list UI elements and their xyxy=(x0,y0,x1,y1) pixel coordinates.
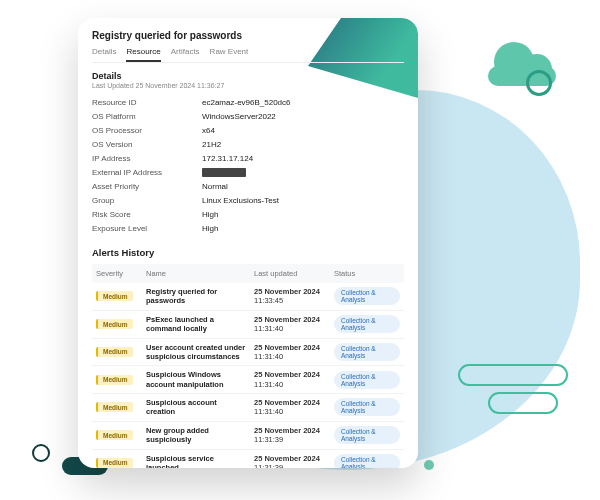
severity-badge: Medium xyxy=(96,347,133,357)
cell-severity: Medium xyxy=(96,430,146,440)
table-row[interactable]: MediumSuspicious Windows account manipul… xyxy=(92,366,404,394)
alerts-table-header: Severity Name Last updated Status xyxy=(92,264,404,283)
last-updated-label: Last Updated 25 November 2024 11:36:27 xyxy=(92,82,404,89)
tab-artifacts[interactable]: Artifacts xyxy=(171,47,200,62)
field-key: Asset Priority xyxy=(92,182,202,191)
field-row: Resource IDec2amaz-ev96B_520dc6 xyxy=(92,95,404,109)
field-key: Resource ID xyxy=(92,98,202,107)
alerts-table-body: MediumRegistry queried for passwords25 N… xyxy=(92,283,404,468)
cell-updated: 25 November 202411:31:40 xyxy=(254,398,334,417)
cell-severity: Medium xyxy=(96,402,146,412)
status-pill[interactable]: Collection & Analysis xyxy=(334,426,400,444)
cell-updated: 25 November 202411:33:45 xyxy=(254,287,334,306)
field-key: Group xyxy=(92,196,202,205)
field-key: OS Processor xyxy=(92,126,202,135)
col-status: Status xyxy=(334,269,400,278)
field-row: OS Processorx64 xyxy=(92,123,404,137)
field-key: Risk Score xyxy=(92,210,202,219)
cell-severity: Medium xyxy=(96,375,146,385)
cell-status: Collection & Analysis xyxy=(334,287,400,305)
field-key: OS Platform xyxy=(92,112,202,121)
decor-pill-group xyxy=(458,364,568,414)
status-pill[interactable]: Collection & Analysis xyxy=(334,315,400,333)
field-value: Normal xyxy=(202,182,228,191)
field-value: High xyxy=(202,210,218,219)
status-pill[interactable]: Collection & Analysis xyxy=(334,454,400,468)
field-row: Asset PriorityNormal xyxy=(92,179,404,193)
table-row[interactable]: MediumNew group added suspiciously25 Nov… xyxy=(92,422,404,450)
cell-name: Suspicious Windows account manipulation xyxy=(146,370,254,389)
field-value: WindowsServer2022 xyxy=(202,112,276,121)
tab-details[interactable]: Details xyxy=(92,47,116,62)
status-pill[interactable]: Collection & Analysis xyxy=(334,287,400,305)
status-pill[interactable]: Collection & Analysis xyxy=(334,371,400,389)
field-value: 21H2 xyxy=(202,140,221,149)
cell-name: Suspicious service launched xyxy=(146,454,254,469)
table-row[interactable]: MediumSuspicious service launched25 Nove… xyxy=(92,450,404,469)
cell-severity: Medium xyxy=(96,291,146,301)
table-row[interactable]: MediumSuspicious account creation25 Nove… xyxy=(92,394,404,422)
tab-bar: Details Resource Artifacts Raw Event xyxy=(92,47,404,63)
alerts-history-header: Alerts History xyxy=(92,247,404,258)
cell-status: Collection & Analysis xyxy=(334,371,400,389)
cell-updated: 25 November 202411:31:40 xyxy=(254,315,334,334)
field-row: OS Version21H2 xyxy=(92,137,404,151)
severity-badge: Medium xyxy=(96,291,133,301)
severity-badge: Medium xyxy=(96,430,133,440)
cell-name: Registry queried for passwords xyxy=(146,287,254,306)
status-pill[interactable]: Collection & Analysis xyxy=(334,343,400,361)
field-value: 172.31.17.124 xyxy=(202,154,253,163)
decor-dot xyxy=(424,460,434,470)
field-value: xx xyxy=(202,168,246,177)
severity-badge: Medium xyxy=(96,402,133,412)
field-value: Linux Exclusions-Test xyxy=(202,196,279,205)
cell-status: Collection & Analysis xyxy=(334,454,400,468)
field-row: Exposure LevelHigh xyxy=(92,221,404,235)
cloud-icon xyxy=(484,42,562,86)
cell-name: PsExec launched a command locally xyxy=(146,315,254,334)
field-row: Risk ScoreHigh xyxy=(92,207,404,221)
field-value: ec2amaz-ev96B_520dc6 xyxy=(202,98,291,107)
decor-circle-outline xyxy=(32,444,50,462)
tab-raw-event[interactable]: Raw Event xyxy=(210,47,249,62)
table-row[interactable]: MediumUser account created under suspici… xyxy=(92,339,404,367)
panel-title: Registry queried for passwords xyxy=(92,30,404,41)
resource-fields: Resource IDec2amaz-ev96B_520dc6OS Platfo… xyxy=(92,95,404,235)
field-row: IP Address172.31.17.124 xyxy=(92,151,404,165)
cell-name: Suspicious account creation xyxy=(146,398,254,417)
field-key: OS Version xyxy=(92,140,202,149)
table-row[interactable]: MediumPsExec launched a command locally2… xyxy=(92,311,404,339)
field-row: GroupLinux Exclusions-Test xyxy=(92,193,404,207)
tab-resource[interactable]: Resource xyxy=(126,47,160,62)
cell-status: Collection & Analysis xyxy=(334,315,400,333)
field-row: OS PlatformWindowsServer2022 xyxy=(92,109,404,123)
cell-severity: Medium xyxy=(96,319,146,329)
field-row: External IP Addressxx xyxy=(92,165,404,179)
severity-badge: Medium xyxy=(96,375,133,385)
col-name: Name xyxy=(146,269,254,278)
col-severity: Severity xyxy=(96,269,146,278)
cell-updated: 25 November 202411:31:40 xyxy=(254,370,334,389)
severity-badge: Medium xyxy=(96,458,133,468)
cell-name: User account created under suspicious ci… xyxy=(146,343,254,362)
detail-panel: Registry queried for passwords Details R… xyxy=(78,18,418,468)
field-key: IP Address xyxy=(92,154,202,163)
cell-status: Collection & Analysis xyxy=(334,343,400,361)
field-key: External IP Address xyxy=(92,168,202,177)
cell-severity: Medium xyxy=(96,458,146,468)
field-value: High xyxy=(202,224,218,233)
cell-status: Collection & Analysis xyxy=(334,426,400,444)
cell-updated: 25 November 202411:31:39 xyxy=(254,426,334,445)
status-pill[interactable]: Collection & Analysis xyxy=(334,398,400,416)
cell-updated: 25 November 202411:31:39 xyxy=(254,454,334,469)
col-updated: Last updated xyxy=(254,269,334,278)
table-row[interactable]: MediumRegistry queried for passwords25 N… xyxy=(92,283,404,311)
field-key: Exposure Level xyxy=(92,224,202,233)
cell-updated: 25 November 202411:31:40 xyxy=(254,343,334,362)
cell-name: New group added suspiciously xyxy=(146,426,254,445)
severity-badge: Medium xyxy=(96,319,133,329)
cell-severity: Medium xyxy=(96,347,146,357)
field-value: x64 xyxy=(202,126,215,135)
cell-status: Collection & Analysis xyxy=(334,398,400,416)
